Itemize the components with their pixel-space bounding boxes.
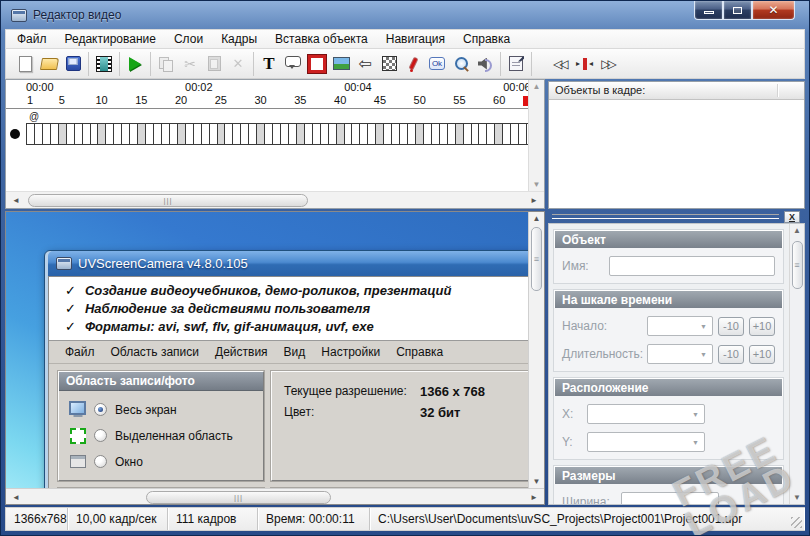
frame-cell[interactable]	[440, 124, 448, 144]
frame-cell[interactable]	[233, 124, 241, 144]
inner-menu-item-3[interactable]: Вид	[276, 342, 314, 362]
properties-vscrollbar[interactable]: ▲ ≡ ▼	[789, 224, 804, 504]
radio-unselected[interactable]	[94, 455, 107, 468]
frame-cell[interactable]	[368, 124, 376, 144]
new-file-button[interactable]	[13, 52, 37, 76]
frame-cell[interactable]	[432, 124, 440, 144]
frame-cell[interactable]	[154, 124, 162, 144]
inner-menu-item-5[interactable]: Справка	[388, 342, 451, 362]
record-option-0[interactable]: Весь экран	[69, 402, 253, 417]
frame-cell[interactable]	[162, 124, 170, 144]
frame-cell[interactable]	[313, 124, 321, 144]
scroll-right-arrow[interactable]: ►	[526, 192, 542, 209]
text-button[interactable]	[257, 52, 281, 76]
title-bar[interactable]: Редактор видео ✕	[5, 1, 805, 29]
frame-cell[interactable]	[241, 124, 249, 144]
frame-cell[interactable]	[416, 124, 424, 144]
timeline-hscrollbar[interactable]: ◄ ||| ►	[6, 191, 544, 208]
scroll-down-arrow[interactable]: ▼	[793, 493, 801, 502]
menu-item-4[interactable]: Вставка объекта	[266, 30, 377, 48]
menu-item-3[interactable]: Кадры	[212, 30, 266, 48]
menu-item-1[interactable]: Редактирование	[56, 30, 165, 48]
frame-button[interactable]	[305, 52, 329, 76]
frame-cell[interactable]	[83, 124, 91, 144]
menu-item-5[interactable]: Навигация	[377, 30, 454, 48]
frame-cell[interactable]	[186, 124, 194, 144]
frame-cell[interactable]	[297, 124, 305, 144]
scroll-thumb[interactable]: ≡	[792, 241, 803, 289]
frame-cell[interactable]	[456, 124, 464, 144]
stepper-button[interactable]: +10	[749, 317, 775, 336]
dropdown-field[interactable]	[587, 404, 705, 424]
inner-menu-item-0[interactable]: Файл	[57, 342, 103, 362]
image-button[interactable]	[329, 52, 353, 76]
frame-cell[interactable]	[352, 124, 360, 144]
menu-item-6[interactable]: Справка	[454, 30, 519, 48]
film-strip-button[interactable]	[92, 52, 116, 76]
frame-cell[interactable]	[75, 124, 83, 144]
timeline-panel[interactable]: 00:0000:0200:0400:06 1510152025303540455…	[5, 79, 545, 209]
frame-cell[interactable]	[281, 124, 289, 144]
inner-menu-item-2[interactable]: Действия	[207, 342, 276, 362]
back-arrow-button[interactable]	[353, 52, 377, 76]
frame-cell[interactable]	[98, 124, 106, 144]
frame-cell[interactable]	[51, 124, 59, 144]
frame-cell[interactable]	[194, 124, 202, 144]
menu-item-2[interactable]: Слои	[165, 30, 212, 48]
timeline-vscrollbar[interactable]: ▲ ▼	[528, 80, 544, 191]
frame-cell[interactable]	[360, 124, 368, 144]
frame-cell[interactable]	[178, 124, 186, 144]
sound-button[interactable]	[473, 52, 497, 76]
scroll-left-arrow[interactable]: ◄	[8, 489, 24, 505]
scroll-up-arrow[interactable]: ▲	[533, 214, 541, 223]
menu-item-0[interactable]: Файл	[8, 30, 56, 48]
frame-cell[interactable]	[265, 124, 273, 144]
record-option-2[interactable]: Окно	[69, 454, 253, 469]
canvas-hscrollbar[interactable]: ◄ ||| ►	[6, 488, 544, 504]
frame-cell[interactable]	[210, 124, 218, 144]
frame-cell[interactable]	[249, 124, 257, 144]
frame-cell[interactable]	[392, 124, 400, 144]
scroll-up-arrow[interactable]: ▲	[533, 82, 541, 91]
dropdown-field[interactable]	[647, 344, 713, 364]
scroll-thumb[interactable]: |||	[28, 194, 308, 207]
frame-cell[interactable]	[122, 124, 130, 144]
scroll-down-arrow[interactable]: ▼	[533, 477, 541, 486]
frame-cell[interactable]	[479, 124, 487, 144]
selection-button[interactable]	[377, 52, 401, 76]
frame-cell[interactable]	[289, 124, 297, 144]
text-field[interactable]	[621, 492, 719, 505]
next-frame-button[interactable]	[597, 52, 621, 76]
frame-cell[interactable]	[106, 124, 114, 144]
canvas-vscrollbar[interactable]: ▲ ≡ ▼	[528, 212, 544, 488]
properties-button[interactable]	[504, 52, 528, 76]
position-marker-button[interactable]	[573, 52, 597, 76]
scroll-down-arrow[interactable]: ▼	[533, 180, 541, 189]
frame-cell[interactable]	[424, 124, 432, 144]
frame-cell[interactable]	[464, 124, 472, 144]
inner-menu-item-4[interactable]: Настройки	[313, 342, 388, 362]
frame-cell[interactable]	[225, 124, 233, 144]
frame-cell[interactable]	[408, 124, 416, 144]
text-field[interactable]	[609, 256, 775, 276]
radio-unselected[interactable]	[94, 429, 107, 442]
frame-cell[interactable]	[376, 124, 384, 144]
frame-cell[interactable]	[384, 124, 392, 144]
play-button[interactable]	[123, 52, 147, 76]
pen-button[interactable]	[401, 52, 425, 76]
frame-cell[interactable]	[273, 124, 281, 144]
radio-selected[interactable]	[94, 403, 107, 416]
frame-cell[interactable]	[495, 124, 503, 144]
frame-cell[interactable]	[345, 124, 353, 144]
scroll-left-arrow[interactable]: ◄	[8, 192, 24, 209]
frame-cell[interactable]	[218, 124, 226, 144]
maximize-button[interactable]	[723, 1, 752, 20]
frame-cell[interactable]	[321, 124, 329, 144]
inner-menu-item-1[interactable]: Область записи	[103, 342, 208, 362]
dropdown-field[interactable]	[587, 432, 705, 452]
frame-cell[interactable]	[114, 124, 122, 144]
frame-cell[interactable]	[202, 124, 210, 144]
stepper-button[interactable]: -10	[718, 345, 744, 364]
scroll-up-arrow[interactable]: ▲	[793, 226, 801, 235]
callout-button[interactable]	[281, 52, 305, 76]
